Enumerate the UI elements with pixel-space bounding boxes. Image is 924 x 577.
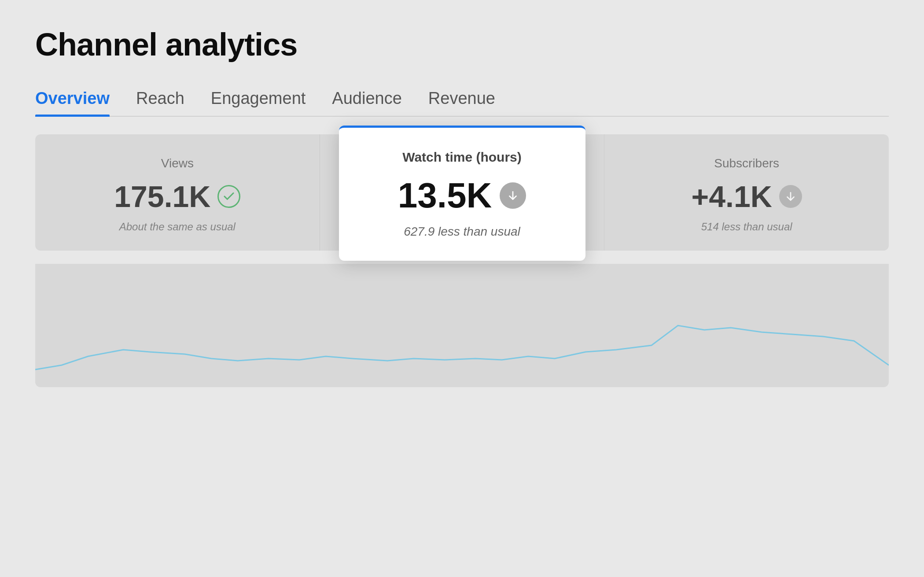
subscribers-value-row: +4.1K [631, 179, 862, 214]
tab-reach[interactable]: Reach [136, 89, 184, 116]
watch-time-popup: Watch time (hours) 13.5K 627.9 less than… [339, 126, 585, 261]
popup-value-row: 13.5K [365, 175, 559, 216]
tab-engagement[interactable]: Engagement [211, 89, 306, 116]
watch-time-card: Watch time (hours) 13.5K 627.9 less than… [320, 134, 604, 251]
page-title: Channel analytics [35, 26, 889, 63]
popup-watch-time-label: Watch time (hours) [365, 150, 559, 165]
subscribers-arrow-icon [779, 185, 802, 208]
popup-watch-time-subtitle: 627.9 less than usual [365, 225, 559, 239]
tab-audience[interactable]: Audience [332, 89, 401, 116]
popup-arrow-down-icon [500, 182, 526, 209]
views-subtitle: About the same as usual [62, 221, 293, 233]
tabs-nav: Overview Reach Engagement Audience Reven… [35, 89, 889, 117]
subscribers-label: Subscribers [631, 156, 862, 170]
views-check-icon [217, 185, 240, 208]
page-container: Channel analytics Overview Reach Engagem… [0, 0, 924, 577]
views-value: 175.1K [114, 179, 210, 214]
views-card: Views 175.1K About the same as usual [35, 134, 320, 251]
chart-area [35, 264, 889, 387]
tab-overview[interactable]: Overview [35, 89, 110, 116]
subscribers-subtitle: 514 less than usual [631, 221, 862, 233]
chart-svg [35, 264, 889, 387]
views-value-row: 175.1K [62, 179, 293, 214]
stats-row: Views 175.1K About the same as usual Wat… [35, 134, 889, 251]
tab-revenue[interactable]: Revenue [428, 89, 495, 116]
content-area: Views 175.1K About the same as usual Wat… [35, 134, 889, 387]
views-label: Views [62, 156, 293, 170]
popup-watch-time-value: 13.5K [398, 175, 492, 216]
subscribers-card: Subscribers +4.1K 514 less than usual [604, 134, 889, 251]
subscribers-value: +4.1K [692, 179, 772, 214]
